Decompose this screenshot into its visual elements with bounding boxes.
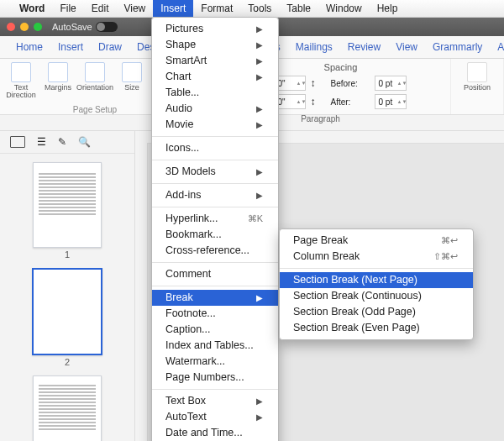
menu-item-add-ins[interactable]: Add-ins▶ [152,187,278,203]
shortcut-label: ⌘K [248,211,263,227]
shortcut-label: ⌘↩ [441,233,458,249]
submenu-arrow-icon: ▶ [256,101,263,117]
spacing-before-icon: ↕ [311,77,326,89]
menu-item-pictures[interactable]: Pictures▶ [152,21,278,37]
window-controls [7,23,42,31]
tab-mailings[interactable]: Mailings [288,36,340,58]
menu-edit[interactable]: Edit [84,0,117,17]
menu-separator [152,207,278,207]
menu-separator [280,268,473,269]
spacing-after-icon: ↕ [311,96,326,108]
menu-item-watermark[interactable]: Watermark... [152,354,278,370]
menu-item-smartart[interactable]: SmartArt▶ [152,53,278,69]
tab-grammarly[interactable]: Grammarly [425,36,490,58]
tab-view[interactable]: View [388,36,425,58]
menu-separator [152,160,278,160]
shortcut-label: ⇧⌘↩ [433,249,458,265]
submenu-item-section-break-odd-page[interactable]: Section Break (Odd Page) [280,304,473,320]
page-thumb-3[interactable] [33,375,102,441]
submenu-item-section-break-next-page[interactable]: Section Break (Next Page) [280,272,473,288]
menu-item-icons[interactable]: Icons... [152,140,278,156]
submenu-item-section-break-continuous[interactable]: Section Break (Continuous) [280,288,473,304]
list-icon[interactable]: ☰ [37,136,46,148]
orientation-button[interactable]: Orientation [81,62,109,100]
menu-item-shape[interactable]: Shape▶ [152,37,278,53]
menu-format[interactable]: Format [193,0,240,17]
page-thumb-1[interactable] [33,162,102,248]
menu-help[interactable]: Help [370,0,406,17]
size-button[interactable]: Size [118,62,146,100]
menu-item-movie[interactable]: Movie▶ [152,117,278,133]
close-button[interactable] [7,23,15,31]
menu-file[interactable]: File [52,0,83,17]
menu-item-caption[interactable]: Caption... [152,322,278,338]
mac-menubar: Word File Edit View Insert Format Tools … [0,0,504,18]
menu-item-audio[interactable]: Audio▶ [152,101,278,117]
menu-item-footnote[interactable]: Footnote... [152,306,278,322]
tab-insert[interactable]: Insert [50,36,91,58]
zoom-button[interactable] [34,23,42,31]
menu-tools[interactable]: Tools [240,0,279,17]
submenu-arrow-icon: ▶ [256,21,263,37]
position-button: Position [463,62,491,92]
submenu-item-page-break[interactable]: Page Break⌘↩ [280,233,473,249]
page-thumb-2[interactable] [32,268,102,355]
menu-table[interactable]: Table [279,0,318,17]
menu-item-table[interactable]: Table... [152,85,278,101]
position-icon [467,62,487,82]
ruler-vertical [135,143,148,441]
submenu-arrow-icon: ▶ [256,164,263,180]
menu-insert[interactable]: Insert [153,0,193,17]
app-name[interactable]: Word [12,0,52,17]
insert-menu: Pictures▶Shape▶SmartArt▶Chart▶Table...Au… [151,17,279,441]
submenu-arrow-icon: ▶ [256,290,263,306]
submenu-arrow-icon: ▶ [256,393,263,409]
minimize-button[interactable] [20,23,29,31]
page-num-1: 1 [0,249,134,260]
page-setup-label: Page Setup [73,105,117,114]
search-icon[interactable]: 🔍 [78,136,91,148]
menu-item-break[interactable]: Break▶ [152,290,278,306]
size-icon [122,62,142,82]
text-direction-button[interactable]: TextDirection [7,62,35,100]
before-label: Before: [331,79,370,88]
menu-item-bookmark[interactable]: Bookmark... [152,227,278,243]
submenu-arrow-icon: ▶ [256,53,263,69]
tab-home[interactable]: Home [8,36,50,58]
thumbnails-pane: ☰ ✎ 🔍 1 2 3 [0,131,135,441]
menu-item-index-and-tables[interactable]: Index and Tables... [152,338,278,354]
tab-review[interactable]: Review [340,36,388,58]
submenu-item-section-break-even-page[interactable]: Section Break (Even Page) [280,320,473,336]
menu-separator [152,389,278,390]
menu-item-autotext[interactable]: AutoText▶ [152,409,278,425]
submenu-arrow-icon: ▶ [256,37,263,53]
autosave-toggle[interactable]: AutoSave [52,22,118,32]
tab-draw[interactable]: Draw [91,36,129,58]
menu-item-cross-reference[interactable]: Cross-reference... [152,243,278,259]
spacing-after-input[interactable]: 0 pt▲▼ [375,94,407,109]
menu-item-3d-models[interactable]: 3D Models▶ [152,164,278,180]
margins-button[interactable]: Margins [44,62,72,100]
menu-view[interactable]: View [116,0,153,17]
menu-item-hyperlink[interactable]: Hyperlink...⌘K [152,211,278,227]
switch-icon [96,22,118,32]
menu-item-date-and-time[interactable]: Date and Time... [152,425,278,441]
menu-item-chart[interactable]: Chart▶ [152,69,278,85]
thumbnails-header: ☰ ✎ 🔍 [0,131,134,154]
menu-item-comment[interactable]: Comment [152,266,278,282]
edit-icon[interactable]: ✎ [58,136,66,148]
break-submenu: Page Break⌘↩Column Break⇧⌘↩Section Break… [279,228,474,340]
menu-window[interactable]: Window [318,0,370,17]
submenu-item-column-break[interactable]: Column Break⇧⌘↩ [280,249,473,265]
spacing-header: Spacing [324,62,358,72]
menu-item-text-box[interactable]: Text Box▶ [152,393,278,409]
paragraph-label: Paragraph [301,114,340,123]
spacing-before-input[interactable]: 0 pt▲▼ [375,76,407,91]
submenu-arrow-icon: ▶ [256,187,263,203]
menu-item-page-numbers[interactable]: Page Numbers... [152,370,278,386]
page-num-2: 2 [0,357,134,367]
submenu-arrow-icon: ▶ [256,409,263,425]
thumbnails-view-icon[interactable] [10,136,25,148]
tab-acrobat[interactable]: Acrobat [490,36,504,58]
submenu-arrow-icon: ▶ [256,69,263,85]
